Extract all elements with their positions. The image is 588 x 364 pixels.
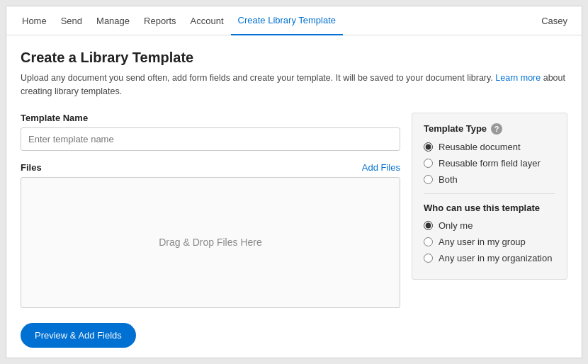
template-name-label: Template Name <box>21 113 400 123</box>
main-content: Create a Library Template Upload any doc… <box>6 35 582 313</box>
radio-my-organization-label: Any user in my organization <box>439 253 552 263</box>
nav-manage[interactable]: Manage <box>89 6 137 35</box>
radio-reusable-form-field-input[interactable] <box>424 159 433 168</box>
form-area: Template Name Files Add Files Drag & Dro… <box>21 113 567 308</box>
template-type-panel: Template Type ? Reusable document Reusab… <box>412 113 567 280</box>
radio-only-me-label: Only me <box>439 220 473 231</box>
radio-my-organization-input[interactable] <box>424 254 433 263</box>
panel-divider <box>424 193 555 194</box>
radio-both-label: Both <box>439 174 458 185</box>
add-files-link[interactable]: Add Files <box>362 162 400 173</box>
radio-both[interactable]: Both <box>424 174 555 185</box>
drop-zone-text: Drag & Drop Files Here <box>159 237 262 248</box>
radio-reusable-document[interactable]: Reusable document <box>424 142 555 152</box>
nav-reports[interactable]: Reports <box>137 6 183 35</box>
page-title: Create a Library Template <box>21 50 567 66</box>
page-description: Upload any document you send often, add … <box>21 72 567 98</box>
template-type-section-title: Template Type ? <box>424 123 555 135</box>
radio-my-group[interactable]: Any user in my group <box>424 237 555 247</box>
radio-both-input[interactable] <box>424 175 433 184</box>
nav-account[interactable]: Account <box>183 6 231 35</box>
help-icon[interactable]: ? <box>491 123 502 135</box>
form-left: Template Name Files Add Files Drag & Dro… <box>21 113 400 308</box>
preview-add-fields-button[interactable]: Preview & Add Fields <box>21 323 136 348</box>
radio-reusable-document-input[interactable] <box>424 142 433 152</box>
learn-more-link[interactable]: Learn more <box>495 73 541 83</box>
radio-my-organization[interactable]: Any user in my organization <box>424 253 555 263</box>
nav-send[interactable]: Send <box>54 6 89 35</box>
who-can-use-section-title: Who can use this template <box>424 203 555 213</box>
top-nav: Home Send Manage Reports Account Create … <box>6 6 582 35</box>
files-header: Files Add Files <box>21 162 400 173</box>
template-name-input[interactable] <box>21 127 400 151</box>
user-name: Casey <box>536 16 573 26</box>
radio-reusable-document-label: Reusable document <box>439 142 521 152</box>
radio-reusable-form-field-label: Reusable form field layer <box>439 158 541 169</box>
radio-reusable-form-field[interactable]: Reusable form field layer <box>424 158 555 169</box>
files-label: Files <box>21 162 42 173</box>
radio-my-group-input[interactable] <box>424 237 433 246</box>
nav-create-library-template[interactable]: Create Library Template <box>231 6 344 35</box>
radio-only-me-input[interactable] <box>424 221 433 230</box>
bottom-bar: Preview & Add Fields <box>6 313 582 358</box>
drop-zone[interactable]: Drag & Drop Files Here <box>21 177 400 308</box>
radio-only-me[interactable]: Only me <box>424 220 555 231</box>
nav-home[interactable]: Home <box>15 6 54 35</box>
radio-my-group-label: Any user in my group <box>439 237 526 247</box>
